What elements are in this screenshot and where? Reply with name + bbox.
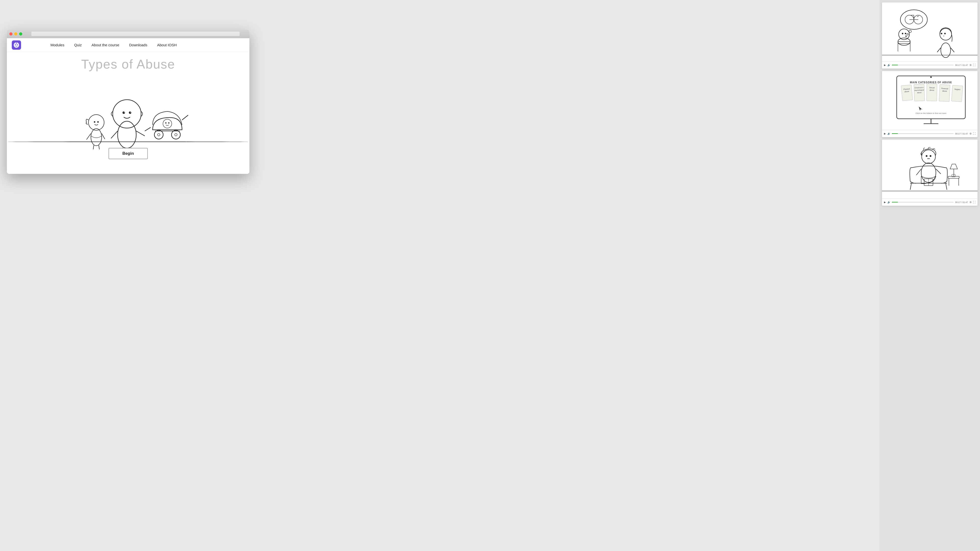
svg-point-17 <box>129 111 131 114</box>
svg-line-21 <box>136 131 145 136</box>
browser-titlebar <box>7 29 250 38</box>
nav-downloads[interactable]: Downloads <box>129 43 147 47</box>
svg-point-27 <box>158 133 160 136</box>
svg-point-47 <box>902 33 903 34</box>
svg-line-13 <box>99 145 100 149</box>
fullscreen-icon-1[interactable]: ⛶ <box>973 64 975 67</box>
fullscreen-icon-2[interactable]: ⛶ <box>973 132 975 135</box>
progress-bar-1[interactable] <box>892 65 953 65</box>
svg-rect-67 <box>901 85 913 101</box>
svg-point-14 <box>118 121 136 148</box>
svg-line-10 <box>86 133 91 140</box>
svg-text:MAIN CATEGORIES OF ABUSE: MAIN CATEGORIES OF ABUSE <box>910 81 952 84</box>
svg-line-12 <box>92 145 94 149</box>
browser-window: Modules Quiz About the course Downloads … <box>7 29 250 174</box>
svg-rect-83 <box>882 140 978 198</box>
begin-button[interactable]: Begin <box>108 148 148 159</box>
play-icon-2[interactable]: ▶ <box>884 132 886 135</box>
progress-bar-2[interactable] <box>892 133 953 134</box>
video-controls-3: ▶ 🔊 00:17 / 01:47 ⚙ ⛶ <box>882 198 978 206</box>
svg-point-26 <box>154 130 163 139</box>
settings-icon-3[interactable]: ⚙ <box>969 201 972 203</box>
volume-icon-2[interactable]: 🔊 <box>888 132 890 135</box>
video-controls-1: ▶ 🔊 00:17 / 01:47 ⚙ ⛶ <box>882 61 978 68</box>
svg-rect-77 <box>939 84 950 102</box>
svg-text:Financial: Financial <box>941 87 948 89</box>
settings-icon-2[interactable]: ⚙ <box>969 132 972 135</box>
svg-point-18 <box>124 112 125 113</box>
svg-text:Emotional or: Emotional or <box>915 87 924 89</box>
svg-point-5 <box>16 42 17 43</box>
svg-point-8 <box>94 121 95 123</box>
progress-bar-3[interactable] <box>892 202 953 203</box>
nav-links: Modules Quiz About the course Downloads … <box>51 43 177 47</box>
svg-line-33 <box>145 127 151 131</box>
volume-icon-3[interactable]: 🔊 <box>888 201 890 203</box>
svg-point-7 <box>88 114 104 130</box>
svg-text:abuse: abuse <box>929 89 934 91</box>
svg-line-11 <box>102 133 105 139</box>
nav-quiz[interactable]: Quiz <box>74 43 82 47</box>
svg-line-20 <box>111 131 118 138</box>
thumbnail-3[interactable]: ▶ 🔊 00:17 / 01:47 ⚙ ⛶ <box>882 140 978 206</box>
nav-about-iosh[interactable]: About IOSH <box>157 43 177 47</box>
thumbnail-scene-2: MAIN CATEGORIES OF ABUSE Physical abuse … <box>882 71 978 130</box>
svg-rect-3 <box>16 43 17 44</box>
nav-bar: Modules Quiz About the course Downloads … <box>7 38 250 52</box>
settings-icon-1[interactable]: ⚙ <box>969 64 972 67</box>
svg-point-31 <box>165 122 167 124</box>
browser-content: Modules Quiz About the course Downloads … <box>7 38 250 174</box>
svg-text:Click on the folders to find o: Click on the folders to find out more <box>916 112 947 114</box>
minimize-button[interactable] <box>14 32 18 35</box>
svg-point-15 <box>113 100 141 128</box>
svg-text:abuse: abuse <box>917 92 921 94</box>
scene-title: Types of Abuse <box>81 57 175 71</box>
svg-rect-34 <box>882 2 978 61</box>
svg-point-6 <box>91 129 102 146</box>
thumbnail-1[interactable]: ▶ 🔊 00:17 / 01:47 ⚙ ⛶ <box>882 2 978 68</box>
svg-point-2 <box>17 44 18 45</box>
svg-point-86 <box>930 155 931 157</box>
main-scene: Types of Abuse <box>7 52 250 174</box>
svg-point-19 <box>130 112 131 113</box>
svg-point-32 <box>168 122 170 124</box>
svg-rect-80 <box>951 85 963 102</box>
nav-modules[interactable]: Modules <box>51 43 64 47</box>
time-display-2: 00:17 / 01:47 <box>955 132 968 135</box>
svg-rect-74 <box>927 84 937 101</box>
svg-text:Sexual: Sexual <box>929 87 935 88</box>
svg-point-1 <box>15 44 16 45</box>
thumbnail-scene-3 <box>882 140 978 198</box>
svg-point-55 <box>944 33 946 34</box>
svg-point-54 <box>941 33 942 34</box>
thumbnail-2[interactable]: MAIN CATEGORIES OF ABUSE Physical abuse … <box>882 71 978 137</box>
maximize-button[interactable] <box>19 32 22 35</box>
svg-point-30 <box>163 119 172 128</box>
nav-about-course[interactable]: About the course <box>92 43 119 47</box>
svg-point-16 <box>123 111 125 114</box>
fullscreen-icon-3[interactable]: ⛶ <box>973 201 975 203</box>
svg-point-28 <box>172 130 180 139</box>
svg-point-29 <box>175 133 177 136</box>
svg-text:abuse: abuse <box>942 90 947 92</box>
video-controls-2: ▶ 🔊 00:17 / 01:47 ⚙ ⛶ <box>882 130 978 137</box>
characters-illustration <box>64 76 192 149</box>
thumbnail-scene-1 <box>882 2 978 61</box>
play-icon-1[interactable]: ▶ <box>884 64 886 67</box>
svg-point-48 <box>905 33 906 34</box>
play-icon-3[interactable]: ▶ <box>884 201 886 203</box>
volume-icon-1[interactable]: 🔊 <box>888 64 890 67</box>
app-logo <box>12 40 21 50</box>
time-display-1: 00:17 / 01:47 <box>955 64 968 67</box>
address-bar[interactable] <box>31 32 240 36</box>
svg-point-63 <box>930 76 932 78</box>
svg-point-9 <box>97 121 99 123</box>
time-display-3: 00:17 / 01:47 <box>955 201 968 203</box>
svg-point-85 <box>926 155 928 157</box>
right-panel: ▶ 🔊 00:17 / 01:47 ⚙ ⛶ <box>880 0 980 551</box>
svg-line-24 <box>182 115 188 120</box>
close-button[interactable] <box>9 32 13 35</box>
